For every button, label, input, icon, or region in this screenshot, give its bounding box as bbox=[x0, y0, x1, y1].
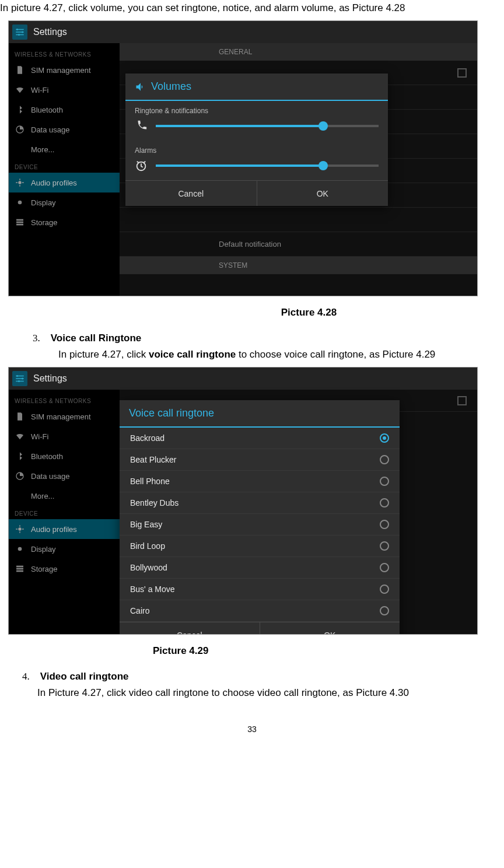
svg-point-3 bbox=[16, 29, 18, 30]
sidebar-item-datausage[interactable]: Data usage bbox=[9, 466, 120, 486]
svg-point-21 bbox=[18, 547, 22, 551]
sidebar-label: Bluetooth bbox=[31, 106, 63, 114]
sidebar-item-more[interactable]: More... bbox=[9, 139, 120, 159]
svg-point-20 bbox=[18, 528, 21, 531]
toggle-box[interactable] bbox=[457, 68, 467, 78]
page-number: 33 bbox=[0, 724, 504, 734]
audio-icon bbox=[15, 524, 25, 534]
svg-rect-11 bbox=[16, 224, 23, 226]
ringtone-item[interactable]: Backroad bbox=[120, 428, 400, 449]
ringtone-label: Bentley Dubs bbox=[130, 498, 178, 508]
svg-point-18 bbox=[18, 380, 20, 382]
radio-button[interactable] bbox=[380, 584, 389, 594]
ringtone-item[interactable]: Big Easy bbox=[120, 514, 400, 536]
pane-section-system: SYSTEM bbox=[120, 257, 477, 274]
wifi-icon bbox=[15, 431, 25, 442]
sidebar-item-wifi[interactable]: Wi-Fi bbox=[9, 80, 120, 100]
sidebar-label: Data usage bbox=[31, 472, 70, 481]
sim-icon bbox=[15, 65, 25, 75]
pane-section-general: GENERAL bbox=[120, 43, 477, 61]
list-heading: Video call ringtone bbox=[40, 671, 129, 682]
sidebar-item-sim[interactable]: SIM management bbox=[9, 407, 120, 426]
pane-row[interactable] bbox=[120, 208, 477, 232]
text: to choose voice call ringtone, as Pictur… bbox=[236, 349, 435, 360]
sidebar-item-datausage[interactable]: Data usage bbox=[9, 120, 120, 139]
dialog-title: Voice call ringtone bbox=[120, 400, 400, 428]
storage-icon bbox=[15, 217, 25, 228]
radio-button[interactable] bbox=[380, 433, 389, 443]
sidebar-label: More... bbox=[31, 492, 54, 501]
ok-button[interactable]: OK bbox=[260, 622, 400, 635]
ringtone-item[interactable]: Bentley Dubs bbox=[120, 492, 400, 514]
sidebar-label: Audio profiles bbox=[31, 525, 77, 534]
sidebar-header-wireless: WIRELESS & NETWORKS bbox=[9, 393, 120, 407]
app-title: Settings bbox=[33, 27, 67, 37]
app-topbar: Settings bbox=[9, 368, 477, 390]
data-icon bbox=[15, 124, 25, 135]
sidebar-item-display[interactable]: Display bbox=[9, 192, 120, 212]
caption-4-29: Picture 4.29 bbox=[153, 645, 504, 657]
radio-button[interactable] bbox=[380, 455, 389, 464]
sidebar-label: Display bbox=[31, 545, 56, 554]
dialog-buttons: Cancel OK bbox=[125, 180, 388, 206]
sidebar-item-storage[interactable]: Storage bbox=[9, 559, 120, 579]
radio-button[interactable] bbox=[380, 606, 389, 615]
alarm-slider[interactable] bbox=[156, 164, 379, 167]
pane-label: Default notification bbox=[219, 240, 281, 249]
settings-app-icon bbox=[12, 24, 27, 40]
blank-icon bbox=[15, 144, 25, 155]
ringtone-item[interactable]: Beat Plucker bbox=[120, 449, 400, 471]
cancel-button[interactable]: Cancel bbox=[120, 622, 260, 635]
list-item-3-body: In picture 4.27, click voice call ringto… bbox=[58, 346, 504, 362]
ringtone-item[interactable]: Bird Loop bbox=[120, 536, 400, 557]
pane-row-defnot[interactable]: Default notification bbox=[120, 232, 477, 257]
phone-icon bbox=[135, 120, 148, 132]
sidebar-label: Wi-Fi bbox=[31, 432, 48, 441]
svg-point-17 bbox=[22, 378, 23, 380]
sidebar-label: Data usage bbox=[31, 125, 70, 134]
cancel-button[interactable]: Cancel bbox=[125, 181, 257, 206]
sidebar-label: Display bbox=[31, 198, 56, 207]
volume-label-alarms: Alarms bbox=[125, 141, 388, 157]
ok-button[interactable]: OK bbox=[257, 181, 388, 206]
screenshot-4-29: Settings WIRELESS & NETWORKS SIM managem… bbox=[8, 367, 478, 635]
ringtone-item[interactable]: Bell Phone bbox=[120, 471, 400, 492]
intro-paragraph: In picture 4.27, click volume, you can s… bbox=[0, 0, 504, 16]
radio-button[interactable] bbox=[380, 498, 389, 508]
sidebar-header-device: DEVICE bbox=[9, 159, 120, 173]
sidebar-item-storage[interactable]: Storage bbox=[9, 212, 120, 232]
sidebar-item-audio[interactable]: Audio profiles bbox=[9, 519, 120, 539]
ringtone-item[interactable]: Bus' a Move bbox=[120, 579, 400, 600]
ringtone-dialog: Voice call ringtone BackroadBeat Plucker… bbox=[120, 400, 400, 635]
radio-button[interactable] bbox=[380, 563, 389, 572]
ringtone-label: Big Easy bbox=[130, 520, 162, 529]
sidebar-item-sim[interactable]: SIM management bbox=[9, 60, 120, 80]
radio-button[interactable] bbox=[380, 541, 389, 551]
list-number: 3. bbox=[33, 332, 48, 344]
radio-button[interactable] bbox=[380, 520, 389, 529]
ringtone-slider[interactable] bbox=[156, 125, 379, 127]
ringtone-list[interactable]: BackroadBeat PluckerBell PhoneBentley Du… bbox=[120, 428, 400, 622]
sidebar-item-more[interactable]: More... bbox=[9, 486, 120, 506]
toggle-box[interactable] bbox=[457, 396, 467, 405]
sidebar-item-bluetooth[interactable]: Bluetooth bbox=[9, 100, 120, 120]
ringtone-label: Bell Phone bbox=[130, 477, 170, 486]
ringtone-item[interactable]: Cairo bbox=[120, 600, 400, 622]
sidebar-item-display[interactable]: Display bbox=[9, 539, 120, 559]
sidebar-label: Audio profiles bbox=[31, 178, 77, 187]
sidebar-item-wifi[interactable]: Wi-Fi bbox=[9, 426, 120, 446]
list-item-4-body: In Picture 4.27, click video call ringto… bbox=[37, 685, 504, 701]
svg-point-7 bbox=[18, 181, 21, 184]
list-heading: Voice call Ringtone bbox=[51, 332, 142, 344]
text-bold: voice call ringtone bbox=[149, 349, 236, 360]
svg-point-16 bbox=[16, 375, 18, 377]
ringtone-label: Beat Plucker bbox=[130, 455, 176, 464]
svg-point-4 bbox=[22, 32, 23, 33]
sidebar-item-bluetooth[interactable]: Bluetooth bbox=[9, 446, 120, 466]
ringtone-item[interactable]: Bollywood bbox=[120, 557, 400, 579]
ringtone-label: Bus' a Move bbox=[130, 584, 175, 594]
dialog-buttons: Cancel OK bbox=[120, 622, 400, 635]
radio-button[interactable] bbox=[380, 477, 389, 486]
sidebar-item-audio[interactable]: Audio profiles bbox=[9, 173, 120, 192]
svg-rect-24 bbox=[16, 570, 23, 572]
